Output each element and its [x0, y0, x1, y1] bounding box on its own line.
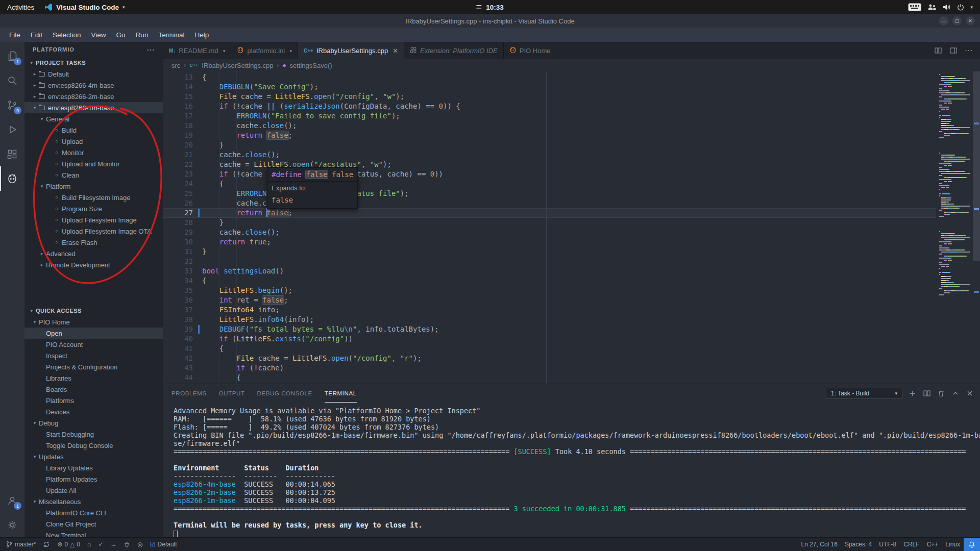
- task-default[interactable]: ▸Default: [24, 68, 163, 80]
- code-line-44[interactable]: 44 {: [163, 373, 980, 383]
- menu-edit[interactable]: Edit: [26, 31, 47, 39]
- task-upload-and-monitor[interactable]: ○Upload and Monitor: [24, 158, 163, 169]
- platformio-icon[interactable]: [0, 166, 24, 191]
- language-mode[interactable]: C++: [923, 538, 942, 551]
- volume-icon[interactable]: [943, 4, 951, 11]
- clock-menu[interactable]: 10:33: [476, 4, 504, 11]
- code-line-17[interactable]: 17 ERRORLN("Failed to save config file")…: [163, 111, 980, 121]
- quick-boards[interactable]: Boards: [24, 384, 163, 395]
- extensions-icon[interactable]: [0, 142, 24, 166]
- code-line-41[interactable]: 41 {: [163, 344, 980, 354]
- task-env-esp8266-4m-base[interactable]: ▸env:esp8266-4m-base: [24, 80, 163, 91]
- code-line-15[interactable]: 15 File cache = LittleFS.open("/config",…: [163, 92, 980, 102]
- section-splitter[interactable]: [24, 270, 163, 305]
- eol-indicator[interactable]: CRLF: [900, 538, 923, 551]
- search-icon[interactable]: [0, 68, 24, 93]
- quick-platforms[interactable]: Platforms: [24, 395, 163, 406]
- pio-upload-button[interactable]: →: [107, 538, 120, 551]
- quick-library-updates[interactable]: Library Updates: [24, 462, 163, 473]
- quick-projects-configuration[interactable]: Projects & Configuration: [24, 361, 163, 372]
- problems-indicator[interactable]: ⊗0 △0: [54, 538, 84, 551]
- tab-extension-platformio-ide[interactable]: Extension: PlatformIO IDE: [404, 42, 504, 59]
- explorer-icon[interactable]: 1: [0, 44, 24, 68]
- code-line-33[interactable]: 33bool settingsLoad(): [163, 266, 980, 276]
- task-general[interactable]: ▾General: [24, 113, 163, 124]
- task-upload-filesystem-image[interactable]: ○Upload Filesystem Image: [24, 214, 163, 226]
- code-line-21[interactable]: 21 cache.close();: [163, 150, 980, 160]
- git-branch-indicator[interactable]: master*: [2, 538, 39, 551]
- source-control-icon[interactable]: 9: [0, 93, 24, 117]
- power-icon[interactable]: [957, 4, 964, 11]
- quick-start-debugging[interactable]: Start Debugging: [24, 429, 163, 440]
- sidebar-more-actions-icon[interactable]: ···: [147, 46, 155, 54]
- task-platform[interactable]: ▾Platform: [24, 181, 163, 192]
- code-line-28[interactable]: 28 }: [163, 218, 980, 228]
- code-line-20[interactable]: 20 }: [163, 140, 980, 150]
- quick-devices[interactable]: Devices: [24, 406, 163, 417]
- minimap[interactable]: [936, 71, 973, 384]
- terminal-selector[interactable]: 1: Task - Build ▾: [826, 388, 902, 399]
- more-actions-icon[interactable]: ···: [965, 46, 973, 55]
- code-line-13[interactable]: 13{: [163, 72, 980, 82]
- system-menu-chevron-icon[interactable]: ▾: [970, 5, 973, 10]
- tab-readme-md[interactable]: M↓README.md●: [163, 42, 231, 59]
- panel-tab-output[interactable]: OUTPUT: [219, 384, 245, 403]
- code-line-30[interactable]: 30 return true;: [163, 237, 980, 247]
- activities-button[interactable]: Activities: [7, 4, 34, 11]
- quick-pio-account[interactable]: PIO Account: [24, 339, 163, 350]
- pio-build-button[interactable]: ✓: [94, 538, 107, 551]
- task-env-esp8266-1m-base[interactable]: ▾env:esp8266-1m-base: [24, 102, 163, 113]
- menu-run[interactable]: Run: [131, 31, 154, 39]
- close-tab-icon[interactable]: ✕: [393, 47, 398, 55]
- code-line-37[interactable]: 37 FSInfo64 info;: [163, 305, 980, 315]
- code-line-38[interactable]: 38 LittleFS.info64(info);: [163, 315, 980, 324]
- menu-selection[interactable]: Selection: [47, 31, 86, 39]
- task-build-filesystem-image[interactable]: ○Build Filesystem Image: [24, 192, 163, 203]
- indentation-indicator[interactable]: Spaces: 4: [841, 538, 875, 551]
- users-network-icon[interactable]: [927, 4, 937, 11]
- quick-inspect[interactable]: Inspect: [24, 350, 163, 361]
- cursor-position[interactable]: Ln 27, Col 16: [798, 538, 841, 551]
- code-line-27[interactable]: 27 return false;: [163, 208, 980, 218]
- menu-go[interactable]: Go: [111, 31, 131, 39]
- menu-view[interactable]: View: [86, 31, 111, 39]
- panel-tab-terminal[interactable]: TERMINAL: [325, 384, 357, 403]
- breadcrumb-item-settingssave[interactable]: settingsSave(): [289, 62, 332, 69]
- menu-help[interactable]: Help: [189, 31, 214, 39]
- close-panel-icon[interactable]: [966, 389, 974, 397]
- code-line-18[interactable]: 18 cache.close();: [163, 121, 980, 131]
- project-tasks-header[interactable]: ▾ PROJECT TASKS: [24, 57, 163, 68]
- split-editor-icon[interactable]: [934, 46, 942, 55]
- quick-updates[interactable]: ▾Updates: [24, 451, 163, 462]
- minimize-button[interactable]: —: [939, 16, 948, 26]
- code-line-32[interactable]: 32: [163, 257, 980, 266]
- maximize-button[interactable]: ▢: [952, 16, 962, 26]
- breadcrumb-item-irbabyusersettings-cpp[interactable]: IRbabyUserSettings.cpp: [202, 62, 273, 69]
- task-build[interactable]: ○Build: [24, 124, 163, 136]
- task-program-size[interactable]: ○Program Size: [24, 203, 163, 214]
- code-line-36[interactable]: 36 int ret = false;: [163, 295, 980, 305]
- code-line-40[interactable]: 40 if (LittleFS.exists("/config")): [163, 334, 980, 344]
- pio-home-button[interactable]: ⌂: [84, 538, 94, 551]
- accounts-icon[interactable]: 1: [0, 488, 24, 513]
- close-button[interactable]: ✕: [966, 16, 975, 26]
- task-env-esp8266-2m-base[interactable]: ▸env:esp8266-2m-base: [24, 91, 163, 102]
- tab-pio-home[interactable]: PIO Home: [504, 42, 557, 59]
- code-line-14[interactable]: 14 DEBUGLN("Save Config");: [163, 82, 980, 92]
- code-line-39[interactable]: 39 DEBUGF("fs total bytes = %llu\n", inf…: [163, 324, 980, 334]
- code-line-42[interactable]: 42 File cache = LittleFS.open("/config",…: [163, 354, 980, 363]
- maximize-panel-icon[interactable]: [951, 389, 960, 397]
- code-line-34[interactable]: 34{: [163, 276, 980, 286]
- breadcrumb-item-src[interactable]: src: [172, 62, 180, 69]
- code-line-19[interactable]: 19 return false;: [163, 131, 980, 140]
- code-editor[interactable]: 13{14 DEBUGLN("Save Config");15 File cac…: [163, 71, 980, 384]
- keyboard-layout-icon[interactable]: [908, 3, 921, 11]
- quick-debug[interactable]: ▾Debug: [24, 417, 163, 429]
- encoding-indicator[interactable]: UTF-8: [875, 538, 900, 551]
- breadcrumb[interactable]: src›C++IRbabyUserSettings.cpp›◆settingsS…: [163, 59, 980, 71]
- run-debug-icon[interactable]: [0, 117, 24, 142]
- task-erase-flash[interactable]: ○Erase Flash: [24, 237, 163, 248]
- split-terminal-icon[interactable]: [923, 389, 931, 397]
- editor-layout-icon[interactable]: [949, 46, 958, 55]
- quick-open[interactable]: Open: [24, 328, 163, 339]
